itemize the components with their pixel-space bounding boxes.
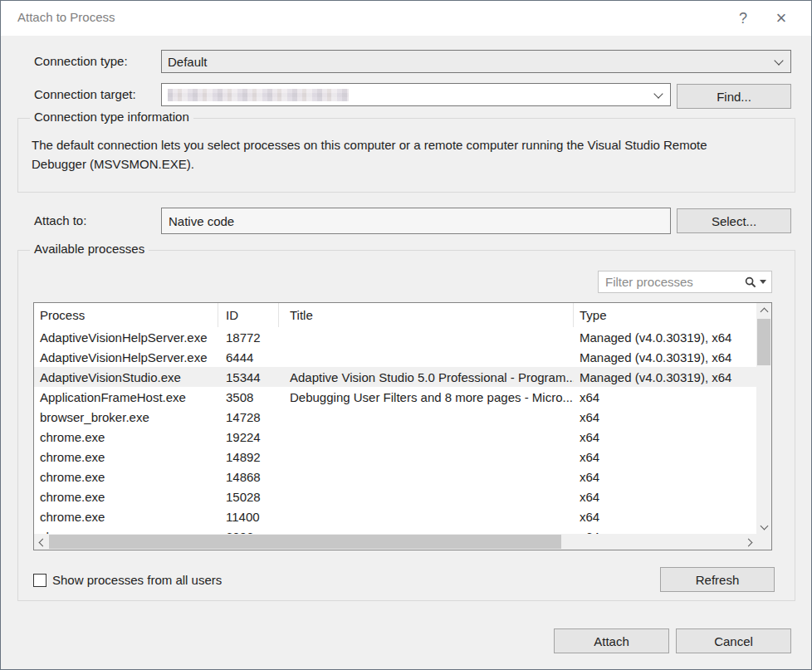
process-row[interactable]: chrome.exe 14868 x64 xyxy=(34,467,756,487)
vertical-scrollbar[interactable] xyxy=(756,303,771,534)
attach-to-value-box[interactable]: Native code xyxy=(161,208,671,234)
close-icon[interactable]: × xyxy=(763,1,800,36)
process-type-cell: x64 xyxy=(574,410,756,424)
process-row[interactable]: AdaptiveVisionHelpServer.exe 6444 Manage… xyxy=(34,347,756,367)
process-name-cell: chrome.exe xyxy=(34,470,218,484)
process-row[interactable]: AdaptiveVisionHelpServer.exe 18772 Manag… xyxy=(34,327,756,347)
attach-to-label: Attach to: xyxy=(34,209,86,232)
process-id-cell: 11400 xyxy=(218,510,279,524)
titlebar: Attach to Process ? × xyxy=(1,1,811,36)
available-processes-title: Available processes xyxy=(30,242,149,256)
process-rows: AdaptiveVisionHelpServer.exe 18772 Manag… xyxy=(34,327,756,534)
process-name-cell: chrome.exe xyxy=(34,430,218,444)
column-header-process[interactable]: Process xyxy=(34,303,218,327)
refresh-button[interactable]: Refresh xyxy=(660,567,775,592)
filter-processes-input[interactable]: Filter processes xyxy=(598,271,772,293)
connection-type-label: Connection type: xyxy=(34,50,128,73)
help-icon[interactable]: ? xyxy=(725,1,761,36)
scroll-right-icon[interactable] xyxy=(742,534,756,550)
search-icon[interactable] xyxy=(745,276,756,288)
process-row[interactable]: browser_broker.exe 14728 x64 xyxy=(34,407,756,427)
process-listview: Process ID Title Type AdaptiveVisionHelp… xyxy=(33,302,772,550)
process-row[interactable]: ApplicationFrameHost.exe 3508 Debugging … xyxy=(34,387,756,407)
process-name-cell: browser_broker.exe xyxy=(34,410,218,424)
process-id-cell: 18772 xyxy=(218,330,279,345)
process-name-cell: AdaptiveVisionHelpServer.exe xyxy=(34,350,218,364)
process-type-cell: Managed (v4.0.30319), x64 xyxy=(574,330,756,345)
connection-target-combobox[interactable] xyxy=(161,83,671,106)
process-name-cell: AdaptiveVisionStudio.exe xyxy=(34,370,218,384)
process-type-cell: Managed (v4.0.30319), x64 xyxy=(574,370,756,384)
find-button[interactable]: Find... xyxy=(677,84,791,109)
scroll-left-icon[interactable] xyxy=(34,534,48,550)
process-id-cell: 6444 xyxy=(218,350,279,364)
process-row[interactable]: chrome.exe 19224 x64 xyxy=(34,427,756,447)
show-all-users-checkbox-row: Show processes from all users xyxy=(33,573,222,587)
attach-button[interactable]: Attach xyxy=(554,628,669,653)
process-type-cell: x64 xyxy=(574,510,756,524)
dialog-title: Attach to Process xyxy=(17,10,115,24)
process-row[interactable]: chrome.exe 14892 x64 xyxy=(34,447,756,467)
cancel-button[interactable]: Cancel xyxy=(676,628,791,653)
scroll-down-icon[interactable] xyxy=(756,520,771,534)
horizontal-scrollbar[interactable] xyxy=(34,534,756,550)
attach-to-process-dialog: Attach to Process ? × Connection type: D… xyxy=(0,0,812,670)
process-name-cell: chrome.exe xyxy=(34,510,218,524)
chevron-down-icon xyxy=(655,90,663,98)
column-header-title[interactable]: Title xyxy=(279,303,574,327)
connection-type-value: Default xyxy=(168,55,208,69)
process-name-cell: ApplicationFrameHost.exe xyxy=(34,390,218,404)
connection-target-redacted-value xyxy=(168,89,349,101)
scrollbar-corner xyxy=(756,534,771,550)
process-id-cell: 15344 xyxy=(218,370,279,384)
process-row[interactable]: chrome.exe 11400 x64 xyxy=(34,506,756,526)
process-id-cell: 19224 xyxy=(218,430,279,444)
process-id-cell: 15028 xyxy=(218,490,279,504)
connection-type-combobox[interactable]: Default xyxy=(161,50,791,73)
process-row[interactable]: AdaptiveVisionStudio.exe 15344 Adaptive … xyxy=(34,367,756,387)
connection-target-label: Connection target: xyxy=(34,83,136,106)
select-button[interactable]: Select... xyxy=(677,208,791,233)
process-type-cell: x64 xyxy=(574,430,756,444)
process-id-cell: 14868 xyxy=(218,470,279,484)
show-all-users-label: Show processes from all users xyxy=(52,573,222,587)
chevron-down-icon xyxy=(775,57,783,65)
process-id-cell: 3508 xyxy=(218,390,279,404)
process-name-cell: AdaptiveVisionHelpServer.exe xyxy=(34,330,218,345)
column-header-type[interactable]: Type xyxy=(574,303,756,327)
connection-type-info-group: Connection type information The default … xyxy=(17,118,795,193)
attach-to-value: Native code xyxy=(169,214,234,228)
process-row[interactable]: chrome.exe 6096 x64 xyxy=(34,526,756,534)
process-name-cell: chrome.exe xyxy=(34,490,218,504)
process-type-cell: x64 xyxy=(574,490,756,504)
process-title-cell: Debugging User Filters and 8 more pages … xyxy=(279,390,574,404)
process-type-cell: x64 xyxy=(574,450,756,464)
available-processes-group: Available processes Filter processes Pro… xyxy=(17,250,795,601)
filter-options-dropdown-icon[interactable] xyxy=(760,280,766,284)
connection-type-info-title: Connection type information xyxy=(30,110,193,124)
process-type-cell: Managed (v4.0.30319), x64 xyxy=(574,350,756,364)
process-name-cell: chrome.exe xyxy=(34,450,218,464)
process-type-cell: x64 xyxy=(574,390,756,404)
process-type-cell: x64 xyxy=(574,470,756,484)
show-all-users-checkbox[interactable] xyxy=(33,574,46,587)
column-header-id[interactable]: ID xyxy=(218,303,279,327)
process-table-header: Process ID Title Type xyxy=(34,303,756,327)
process-row[interactable]: chrome.exe 15028 x64 xyxy=(34,487,756,506)
process-id-cell: 14728 xyxy=(218,410,279,424)
vertical-scrollbar-thumb[interactable] xyxy=(757,319,770,365)
process-title-cell: Adaptive Vision Studio 5.0 Professional … xyxy=(279,370,574,384)
horizontal-scrollbar-thumb[interactable] xyxy=(49,535,561,549)
process-id-cell: 14892 xyxy=(218,450,279,464)
scroll-up-icon[interactable] xyxy=(756,303,771,317)
filter-placeholder: Filter processes xyxy=(605,275,693,289)
connection-type-info-text: The default connection lets you select p… xyxy=(32,135,734,174)
